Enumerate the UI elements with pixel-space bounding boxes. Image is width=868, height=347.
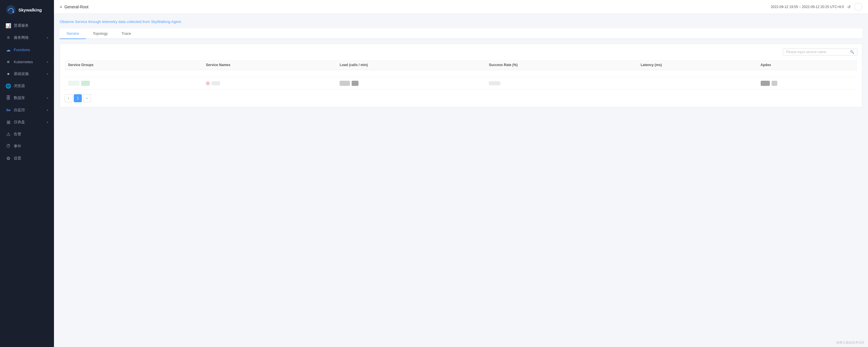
tab-topology[interactable]: Topology xyxy=(86,28,115,39)
blur-block xyxy=(772,81,777,86)
table-row xyxy=(65,77,857,90)
dashboard-icon: ⊞ xyxy=(6,119,11,125)
col-load: Load (calls / min) xyxy=(336,60,485,70)
gear-icon: ⚙ xyxy=(6,156,11,161)
time-range: 2022-09-12 19:55 ~ 2022-09-12 20:25 UTC+… xyxy=(771,5,844,9)
sidebar-item-alert[interactable]: ⚠ 告警 xyxy=(0,128,54,140)
table-container: 🔍 Service Groups Service Names Load (cal… xyxy=(60,44,862,107)
table-header-row: Service Groups Service Names Load (calls… xyxy=(65,60,857,70)
sidebar-item-servicemesh[interactable]: ≡ 服务网格 ▾ xyxy=(0,32,54,44)
footer-text: @稀土掘金技术社区 xyxy=(836,340,865,345)
sidebar-label-browser: 浏览器 xyxy=(14,83,48,88)
tab-trace[interactable]: Trace xyxy=(115,28,138,39)
cloud-icon: ☁ xyxy=(6,47,11,52)
sidebar-label-functions: Functions xyxy=(14,48,48,52)
blurred-value xyxy=(68,81,199,86)
sidebar-item-infrastructure[interactable]: ● 基础设施 ▾ xyxy=(0,68,54,80)
sidebar-label-settings: 设置 xyxy=(14,156,48,161)
blur-block xyxy=(81,81,90,86)
sidebar-item-dashboard[interactable]: ⊞ 仪表盘 ▾ xyxy=(0,116,54,128)
sidebar-label-kubernetes: Kubernetes xyxy=(14,60,44,64)
nav-list: 📊 普通服务 ≡ 服务网格 ▾ ☁ Functions ⎈ Kubernetes… xyxy=(0,20,54,164)
col-apdex: Apdex xyxy=(757,60,857,70)
sidebar-item-selfmonitor[interactable]: Sw 自监控 ▾ xyxy=(0,104,54,116)
sidebar-label-infrastructure: 基础设施 xyxy=(14,71,44,77)
sidebar-item-settings[interactable]: ⚙ 设置 xyxy=(0,152,54,164)
chevron-down-icon: ▾ xyxy=(47,96,48,100)
sidebar-item-browser[interactable]: 🌐 浏览器 xyxy=(0,80,54,92)
tab-bar: Service Topology Trace xyxy=(60,28,862,39)
chevron-down-icon: ▾ xyxy=(47,73,48,76)
sidebar-item-event[interactable]: ⏱ 事件 xyxy=(0,140,54,152)
sidebar: Skywalking 📊 普通服务 ≡ 服务网格 ▾ ☁ Functions ⎈… xyxy=(0,0,54,347)
blurred-value xyxy=(489,81,634,85)
sidebar-label-event: 事件 xyxy=(14,144,48,149)
info-bar: Observe Service through telemetry data c… xyxy=(60,20,862,24)
globe-icon: 🌐 xyxy=(6,83,11,88)
cell-success-1 xyxy=(485,70,637,77)
sidebar-label-servicemesh: 服务网格 xyxy=(14,35,44,40)
sidebar-label-general: 普通服务 xyxy=(14,23,48,28)
service-name-search-input[interactable] xyxy=(786,50,850,54)
chevron-down-icon: ▾ xyxy=(47,121,48,124)
pagination-next-button[interactable]: › xyxy=(83,94,91,102)
blur-block xyxy=(761,81,770,86)
cell-latency-1 xyxy=(637,70,757,77)
col-success-rate: Success Rate (%) xyxy=(485,60,637,70)
pagination-prev-button[interactable]: ‹ xyxy=(65,94,73,102)
cell-load-1 xyxy=(336,70,485,77)
sidebar-label-database: 数据库 xyxy=(14,95,44,100)
search-icon: 🔍 xyxy=(850,50,854,54)
sidebar-item-database[interactable]: 🗄 数据库 ▾ xyxy=(0,92,54,104)
col-service-names: Service Names xyxy=(203,60,336,70)
logo-text: Skywalking xyxy=(19,7,42,12)
mesh-icon: ≡ xyxy=(6,35,11,40)
menu-icon: ≡ xyxy=(60,5,62,9)
blurred-value xyxy=(340,81,482,86)
sidebar-item-kubernetes[interactable]: ⎈ Kubernetes ▾ xyxy=(0,56,54,68)
kubernetes-icon: ⎈ xyxy=(6,59,11,64)
chevron-down-icon: ▾ xyxy=(47,60,48,63)
page-title: General-Root xyxy=(64,5,88,9)
blur-block xyxy=(212,81,220,85)
blur-block xyxy=(206,81,210,85)
sidebar-item-general[interactable]: 📊 普通服务 xyxy=(0,20,54,32)
header-left: ≡ General-Root xyxy=(60,5,88,9)
header-right: 2022-09-12 19:55 ~ 2022-09-12 20:25 UTC+… xyxy=(771,3,862,11)
blur-block xyxy=(352,81,359,86)
svg-point-1 xyxy=(12,11,14,13)
content-area: Observe Service through telemetry data c… xyxy=(54,14,868,347)
cell-service-group-2 xyxy=(65,77,203,90)
service-table: Service Groups Service Names Load (calls… xyxy=(65,60,857,90)
blur-block xyxy=(489,81,500,85)
database-icon: 🗄 xyxy=(6,95,11,100)
cell-success-2 xyxy=(485,77,637,90)
main-content: ≡ General-Root 2022-09-12 19:55 ~ 2022-0… xyxy=(54,0,868,347)
col-latency: Latency (ms) xyxy=(637,60,757,70)
infra-icon: ● xyxy=(6,71,11,77)
sw-icon: Sw xyxy=(6,108,11,113)
header: ≡ General-Root 2022-09-12 19:55 ~ 2022-0… xyxy=(54,0,868,14)
tab-service[interactable]: Service xyxy=(60,28,86,39)
search-input-wrapper: 🔍 xyxy=(783,49,857,55)
blurred-value xyxy=(761,81,854,86)
col-service-groups: Service Groups xyxy=(65,60,203,70)
cell-service-name-2 xyxy=(203,77,336,90)
chevron-down-icon: ▾ xyxy=(47,109,48,112)
refresh-icon[interactable]: ↺ xyxy=(847,5,851,9)
skywalking-logo-icon xyxy=(6,5,16,15)
cell-service-name-1 xyxy=(203,70,336,77)
sidebar-label-selfmonitor: 自监控 xyxy=(14,108,44,113)
blur-block xyxy=(340,81,350,86)
settings-circle-button[interactable] xyxy=(854,3,862,11)
sidebar-item-functions[interactable]: ☁ Functions xyxy=(0,44,54,56)
chart-icon: 📊 xyxy=(6,23,11,28)
event-icon: ⏱ xyxy=(6,144,11,149)
pagination: ‹ 1 › xyxy=(65,94,857,102)
alert-icon: ⚠ xyxy=(6,132,11,137)
logo: Skywalking xyxy=(0,0,54,20)
blur-block xyxy=(68,81,80,86)
blurred-value xyxy=(206,81,333,85)
pagination-page-1-button[interactable]: 1 xyxy=(74,94,82,102)
chevron-down-icon: ▾ xyxy=(47,36,48,39)
